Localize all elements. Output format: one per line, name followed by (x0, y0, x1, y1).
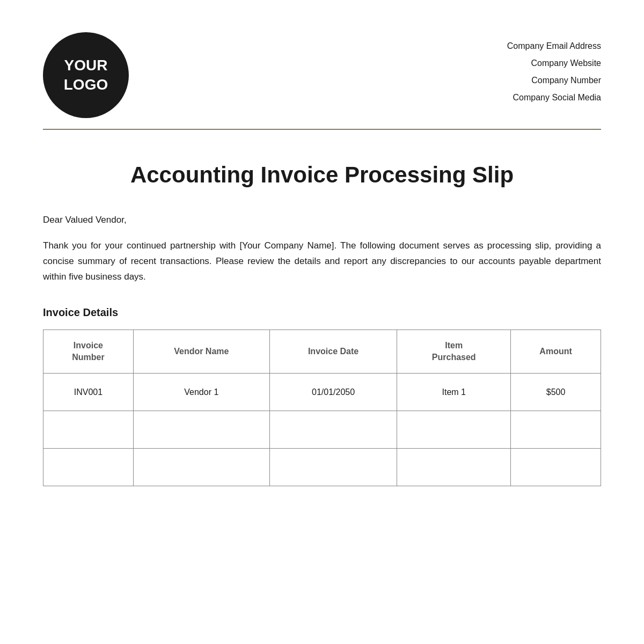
table-cell-r2-c2 (269, 449, 397, 486)
page-header: YOUR LOGO Company Email Address Company … (43, 32, 601, 118)
table-cell-r2-c0 (43, 449, 134, 486)
company-number-label: Company Number (507, 72, 601, 89)
greeting-text: Dear Valued Vendor, (43, 215, 601, 225)
table-cell-r0-c3: Item 1 (397, 374, 511, 411)
logo-line2: LOGO (64, 75, 108, 94)
table-cell-r0-c0: INV001 (43, 374, 134, 411)
company-info-block: Company Email Address Company Website Co… (507, 32, 601, 106)
company-logo: YOUR LOGO (43, 32, 129, 118)
col-header-amount: Amount (511, 330, 601, 374)
table-cell-r0-c4: $500 (511, 374, 601, 411)
section-title: Invoice Details (43, 306, 601, 319)
company-social-label: Company Social Media (507, 89, 601, 106)
invoice-table: InvoiceNumber Vendor Name Invoice Date I… (43, 330, 601, 487)
table-header-row: InvoiceNumber Vendor Name Invoice Date I… (43, 330, 601, 374)
table-cell-r1-c4 (511, 411, 601, 449)
table-row (43, 411, 601, 449)
company-email-label: Company Email Address (507, 38, 601, 55)
table-cell-r1-c0 (43, 411, 134, 449)
header-divider (43, 129, 601, 130)
table-cell-r1-c2 (269, 411, 397, 449)
col-header-invoice-number: InvoiceNumber (43, 330, 134, 374)
col-header-vendor-name: Vendor Name (133, 330, 269, 374)
table-cell-r0-c2: 01/01/2050 (269, 374, 397, 411)
table-cell-r0-c1: Vendor 1 (133, 374, 269, 411)
logo-line1: YOUR (64, 56, 108, 75)
table-cell-r1-c1 (133, 411, 269, 449)
col-header-item-purchased: ItemPurchased (397, 330, 511, 374)
company-website-label: Company Website (507, 55, 601, 72)
table-row (43, 449, 601, 486)
table-cell-r2-c3 (397, 449, 511, 486)
body-text: Thank you for your continued partnership… (43, 238, 601, 285)
table-cell-r1-c3 (397, 411, 511, 449)
table-row: INV001Vendor 101/01/2050Item 1$500 (43, 374, 601, 411)
col-header-invoice-date: Invoice Date (269, 330, 397, 374)
table-cell-r2-c4 (511, 449, 601, 486)
table-cell-r2-c1 (133, 449, 269, 486)
document-title: Accounting Invoice Processing Slip (43, 162, 601, 188)
